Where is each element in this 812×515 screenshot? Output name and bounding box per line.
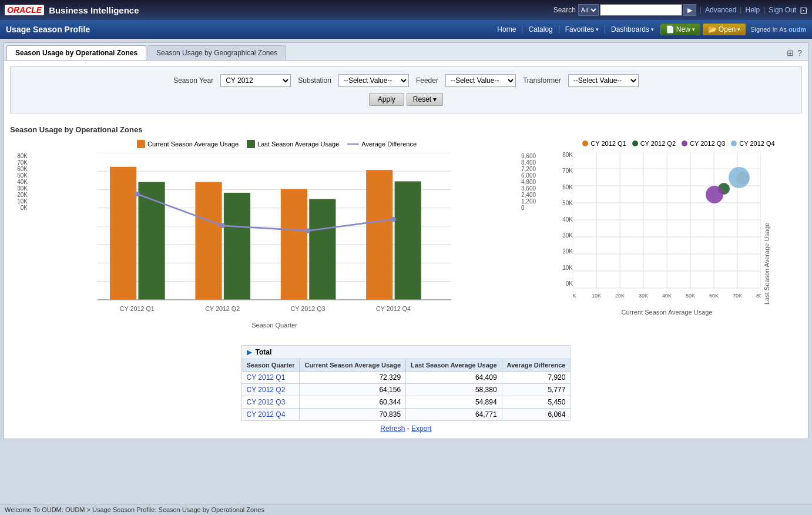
app-title: Business Intelligence <box>49 5 139 15</box>
view-options-icon[interactable]: ⊞ <box>787 48 794 58</box>
advanced-link[interactable]: Advanced <box>705 6 736 14</box>
bar-q4-last[interactable] <box>395 181 421 299</box>
scatter-q2-label: CY 2012 Q2 <box>640 140 676 147</box>
refresh-link[interactable]: Refresh <box>380 424 405 433</box>
last-bar-legend-color <box>247 140 255 148</box>
substation-select[interactable]: --Select Value-- <box>338 74 409 87</box>
top-navigation-bar: ORACLE Business Intelligence Search All … <box>0 0 812 20</box>
scatter-q2-dot <box>632 141 638 146</box>
svg-text:20K: 20K <box>615 293 625 299</box>
table-row: CY 2012 Q4 70,835 64,771 6,064 <box>241 409 571 421</box>
avg-diff-legend-line <box>347 143 359 145</box>
data-table-section: ▶ Total Season Quarter Current Season Av… <box>10 345 802 433</box>
current-bar-legend-label: Current Season Average Usage <box>147 141 239 148</box>
transformer-select[interactable]: --Select Value-- <box>568 74 639 87</box>
tab-bar: Season Usage by Operational Zones Season… <box>4 42 808 60</box>
content-panel: Season Year CY 2012 CY 2011 CY 2010 Subs… <box>4 60 808 439</box>
username: oudm <box>788 26 806 33</box>
bar-q2-current[interactable] <box>195 182 222 300</box>
scatter-q3-label: CY 2012 Q3 <box>690 140 725 147</box>
col-header-last: Last Season Average Usage <box>406 359 502 372</box>
y-axis-right: 9,6008,4007,2006,0004,8003,6002,4001,200… <box>521 153 543 223</box>
favorites-dropdown[interactable]: Favorites▾ <box>559 25 605 34</box>
bar-chart-svg: CY 2012 Q1 CY 2012 Q2 CY 2012 Q3 CY 2012… <box>28 153 521 317</box>
svg-text:60K: 60K <box>709 293 719 299</box>
tab-geographical-zones[interactable]: Season Usage by Geographical Zones <box>147 45 286 60</box>
cell-last: 58,380 <box>406 384 502 396</box>
reset-button[interactable]: Reset▾ <box>407 93 443 106</box>
cell-diff: 7,920 <box>502 372 571 384</box>
cell-current: 72,329 <box>300 372 406 384</box>
search-scope-select[interactable]: All <box>578 4 599 16</box>
table-row: CY 2012 Q3 60,344 54,894 5,450 <box>241 396 571 409</box>
filter-bar: Season Year CY 2012 CY 2011 CY 2010 Subs… <box>10 66 802 113</box>
search-button[interactable]: ▶ <box>683 4 696 16</box>
bar-q3-current[interactable] <box>281 189 307 299</box>
cell-quarter[interactable]: CY 2012 Q1 <box>241 372 300 384</box>
season-year-select[interactable]: CY 2012 CY 2011 CY 2010 <box>220 74 291 87</box>
data-table: Season Quarter Current Season Average Us… <box>241 359 571 421</box>
cell-quarter[interactable]: CY 2012 Q4 <box>241 409 300 421</box>
feeder-label: Feeder <box>416 76 438 85</box>
scatter-legend: CY 2012 Q1 CY 2012 Q2 CY 2012 Q3 CY <box>555 140 802 147</box>
avg-diff-dot-q1 <box>135 192 140 197</box>
apply-button[interactable]: Apply <box>369 93 404 106</box>
feeder-select[interactable]: --Select Value-- <box>445 74 516 87</box>
x-label-q3: CY 2012 Q3 <box>291 305 326 312</box>
avg-diff-dot-q2 <box>220 223 225 229</box>
table-row: CY 2012 Q2 64,156 58,380 5,777 <box>241 384 571 396</box>
home-link[interactable]: Home <box>491 25 522 34</box>
avg-diff-legend-label: Average Difference <box>361 141 417 148</box>
cell-quarter[interactable]: CY 2012 Q2 <box>241 384 300 396</box>
signout-link[interactable]: Sign Out <box>769 6 796 14</box>
svg-text:30K: 30K <box>639 293 648 299</box>
total-expand-arrow[interactable]: ▶ <box>247 348 252 356</box>
tab-operational-zones[interactable]: Season Usage by Operational Zones <box>6 45 146 60</box>
svg-text:70K: 70K <box>733 293 742 299</box>
scatter-point-q3[interactable] <box>706 186 723 203</box>
bar-chart-legend: Current Season Average Usage Last Season… <box>10 140 543 148</box>
help-icon[interactable]: ? <box>797 48 802 58</box>
search-input[interactable] <box>600 4 682 16</box>
bar-q1-current[interactable] <box>110 167 136 300</box>
bar-q4-current[interactable] <box>366 170 392 300</box>
cell-quarter[interactable]: CY 2012 Q3 <box>241 396 300 409</box>
scatter-q4-label: CY 2012 Q4 <box>739 140 774 147</box>
scatter-q1-dot <box>582 141 588 146</box>
cell-current: 70,835 <box>300 409 406 421</box>
scatter-point-q4[interactable] <box>729 167 750 188</box>
col-header-current: Current Season Average Usage <box>300 359 406 372</box>
scatter-q4-dot <box>731 141 737 146</box>
x-axis-title: Season Quarter <box>28 322 521 329</box>
avg-diff-line <box>137 194 393 230</box>
scatter-q1-label: CY 2012 Q1 <box>590 140 626 147</box>
avg-diff-dot-q4 <box>391 217 396 222</box>
cell-diff: 6,064 <box>502 409 571 421</box>
catalog-link[interactable]: Catalog <box>522 25 559 34</box>
main-content: Season Usage by Operational Zones Season… <box>0 39 812 443</box>
table-total-row: ▶ Total <box>241 345 571 359</box>
help-link[interactable]: Help <box>745 6 760 14</box>
table-row: CY 2012 Q1 72,329 64,409 7,920 <box>241 372 571 384</box>
dashboards-dropdown[interactable]: Dashboards▾ <box>605 25 660 34</box>
charts-section: Season Usage by Operational Zones Curren… <box>10 121 802 333</box>
col-header-quarter: Season Quarter <box>241 359 300 372</box>
scatter-chart-container: CY 2012 Q1 CY 2012 Q2 CY 2012 Q3 CY <box>555 140 802 316</box>
new-button[interactable]: 📄New▾ <box>660 24 700 35</box>
section-title: Season Usage by Operational Zones <box>10 125 802 134</box>
x-label-q1: CY 2012 Q1 <box>120 305 155 312</box>
page-title: Usage Season Profile <box>6 25 491 34</box>
open-button[interactable]: 📂Open▾ <box>703 24 746 35</box>
bar-q3-last[interactable] <box>309 199 335 300</box>
scatter-x-axis-title: Current Season Average Usage <box>573 309 761 316</box>
export-link[interactable]: Export <box>411 424 432 433</box>
season-year-label: Season Year <box>173 76 213 85</box>
search-label: Search <box>553 6 576 14</box>
svg-text:80K: 80K <box>756 293 761 299</box>
bar-q2-last[interactable] <box>224 193 250 300</box>
svg-text:10K: 10K <box>592 293 601 299</box>
transformer-label: Transformer <box>523 76 561 85</box>
cell-last: 64,409 <box>406 372 502 384</box>
window-control[interactable]: ⊡ <box>800 5 807 16</box>
scatter-chart-svg: 0K 10K 20K 30K 40K 50K 60K 70K 80K <box>573 152 761 305</box>
